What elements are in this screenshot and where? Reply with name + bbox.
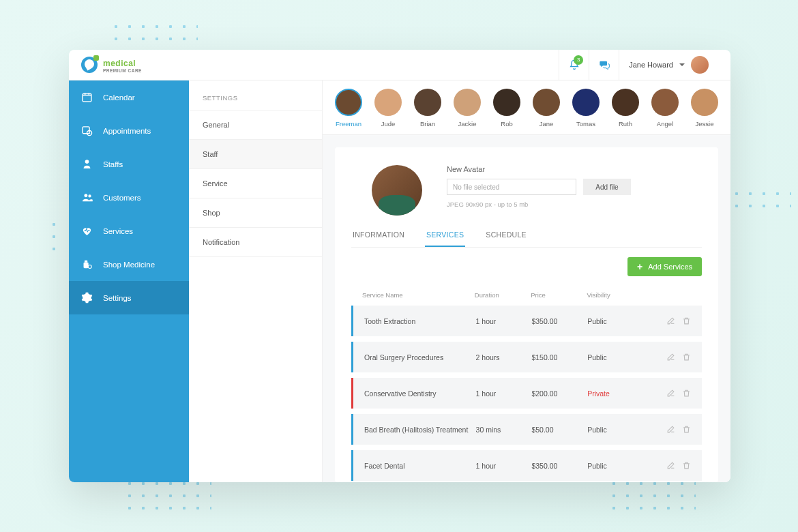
file-input[interactable]: No file selected [447,179,576,195]
cell-duration: 30 mins [476,426,532,434]
sidebar-item-appointments[interactable]: Appointments [69,114,189,147]
edit-icon[interactable] [666,316,675,325]
svg-point-4 [84,194,87,197]
user-menu[interactable]: Jane Howard [619,50,718,80]
decoration-dots [607,477,696,512]
subnav-item-staff[interactable]: Staff [189,140,322,169]
sidebar-item-label: Appointments [103,127,151,135]
staff-avatar-small [454,89,481,116]
svg-point-5 [88,194,91,197]
delete-icon[interactable] [682,353,691,361]
cell-price: $350.00 [531,462,587,470]
tab-services[interactable]: SERVICES [425,231,465,247]
cell-duration: 1 hour [476,389,532,398]
calendar-icon [81,91,93,103]
sidebar-item-customers[interactable]: Customers [69,181,189,214]
staff-chip[interactable]: Ruth [612,89,639,128]
staff-chip[interactable]: Freeman [335,89,362,128]
subnav-title: SETTINGS [189,80,322,110]
decoration-dots [730,188,791,215]
edit-icon[interactable] [666,461,675,470]
staff-avatar-small [533,89,560,116]
staff-name: Jessie [696,120,714,128]
col-price: Price [531,291,587,299]
cell-duration: 1 hour [476,317,532,325]
svg-rect-1 [83,127,89,134]
staff-chip[interactable]: Brian [414,89,441,128]
sidebar-item-settings[interactable]: Settings [69,281,189,314]
sidebar-item-label: Calendar [103,93,135,102]
edit-icon[interactable] [666,389,675,398]
staff-chip[interactable]: Jane [533,89,560,128]
add-file-button[interactable]: Add file [583,179,631,195]
staff-name: Jackie [458,120,477,128]
table-header: Service Name Duration Price Visibility [351,284,702,306]
sidebar: Calendar Appointments Staffs Customers S… [69,80,189,482]
add-services-button[interactable]: + Add Services [627,257,702,276]
sidebar-item-label: Services [103,227,133,235]
col-service-name: Service Name [362,291,475,299]
subnav-item-shop[interactable]: Shop [189,198,322,228]
svg-point-3 [85,160,89,164]
app-window: medical PREMIUM CARE 3 Jane Howard [69,50,730,482]
subnav-item-service[interactable]: Service [189,169,322,198]
staff-chip[interactable]: Tomas [572,89,600,128]
sidebar-item-services[interactable]: Services [69,214,189,248]
decoration-dots [48,218,60,256]
cell-visibility: Private [587,389,643,398]
staff-chip[interactable]: Angel [651,89,679,128]
sidebar-item-staffs[interactable]: Staffs [69,147,189,181]
table-row[interactable]: Tooth Extraction1 hour$350.00Public [351,306,702,336]
staff-chip[interactable]: Jackie [454,89,481,128]
staff-name: Rob [501,120,512,128]
table-row[interactable]: Bad Breath (Halitosis) Treatment30 mins$… [351,414,702,445]
subnav-item-notification[interactable]: Notification [189,228,322,257]
delete-icon[interactable] [682,316,691,325]
staff-chip[interactable]: Jude [374,89,402,128]
heart-pulse-icon [81,225,93,237]
topbar: medical PREMIUM CARE 3 Jane Howard [69,50,730,80]
col-visibility: Visibility [587,291,643,299]
sidebar-item-calendar[interactable]: Calendar [69,80,189,114]
cell-duration: 1 hour [476,462,532,470]
brand-logo[interactable]: medical PREMIUM CARE [81,57,142,73]
main-content: FreemanJudeBrianJackieRobJaneTomasRuthAn… [323,80,730,482]
add-services-label: Add Services [648,263,692,271]
table-row[interactable]: Facet Dental1 hour$350.00Public [351,450,702,481]
chat-button[interactable] [589,50,619,80]
sidebar-item-label: Customers [103,194,141,202]
staff-avatar-small [414,89,441,116]
notifications-button[interactable]: 3 [559,50,589,80]
edit-icon[interactable] [666,353,675,361]
staff-chip[interactable]: Rob [493,89,520,128]
staff-avatar-small [612,89,639,116]
medicine-icon [81,258,93,270]
staff-avatar-small [335,89,362,116]
delete-icon[interactable] [682,425,691,434]
profile-tabs: INFORMATION SERVICES SCHEDULE [351,231,702,248]
staff-avatar-small [374,89,402,116]
tab-information[interactable]: INFORMATION [351,231,406,247]
edit-icon[interactable] [666,425,675,434]
sidebar-item-label: Settings [103,294,132,302]
delete-icon[interactable] [682,389,691,398]
table-row[interactable]: Oral Surgery Procedures2 hours$150.00Pub… [351,342,702,372]
staff-avatar [372,165,422,216]
staff-panel: New Avatar No file selected Add file JPE… [335,147,718,482]
staff-name: Jane [540,120,554,128]
col-duration: Duration [475,291,531,299]
svg-rect-6 [84,263,89,269]
tab-schedule[interactable]: SCHEDULE [484,231,528,247]
notification-badge: 3 [574,55,583,65]
settings-subnav: SETTINGS General Staff Service Shop Noti… [189,80,323,482]
calendar-clock-icon [81,125,93,136]
staff-name: Angel [657,120,673,128]
chevron-down-icon [679,63,685,66]
sidebar-item-shop-medicine[interactable]: Shop Medicine [69,248,189,281]
subnav-item-general[interactable]: General [189,110,322,140]
table-row[interactable]: Conservative Dentistry1 hour$200.00Priva… [351,378,702,409]
delete-icon[interactable] [682,461,691,470]
staff-chip[interactable]: Jessie [691,89,718,128]
staff-name: Freeman [336,120,361,128]
cell-price: $150.00 [531,353,587,361]
